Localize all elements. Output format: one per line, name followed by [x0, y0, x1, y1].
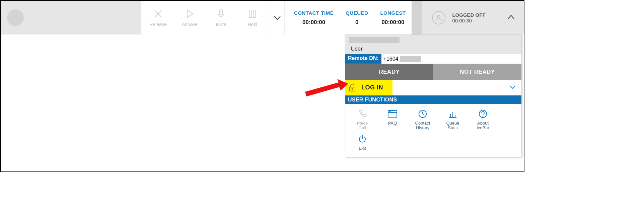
- lock-icon: [349, 83, 356, 92]
- mute-label: Mute: [216, 22, 226, 27]
- stats-panel: CONTACT TIME 00:00:00 QUEUED 0 LONGEST 0…: [285, 1, 412, 34]
- pause-icon: [247, 8, 258, 19]
- login-expand[interactable]: [509, 83, 517, 92]
- svg-point-7: [437, 15, 440, 18]
- user-status-icon: [432, 11, 445, 24]
- status-time: 00:00:30: [452, 18, 485, 23]
- func-paq-label: PAQ: [388, 121, 397, 126]
- func-place-call[interactable]: Place Call: [347, 108, 377, 131]
- svg-rect-3: [220, 10, 222, 14]
- func-queue-stats[interactable]: Queue Stats: [438, 108, 468, 131]
- mic-icon: [216, 8, 226, 19]
- stat-longest-label: LONGEST: [380, 10, 406, 16]
- svg-point-20: [483, 116, 483, 116]
- redacted-number: [400, 56, 421, 62]
- stat-longest-value: 00:00:00: [381, 19, 404, 26]
- top-toolbar: Release Answer Mute Hold CONTACT TIME 00…: [1, 1, 524, 34]
- user-panel: User Remote DN: +1604 READY NOT READY LO…: [345, 34, 522, 157]
- ready-row: READY NOT READY: [345, 64, 521, 80]
- clock-icon: [418, 109, 427, 119]
- func-paq[interactable]: PAQ: [377, 108, 408, 131]
- stat-contact-value: 00:00:00: [302, 19, 325, 26]
- remote-dn-row: Remote DN: +1604: [345, 54, 521, 64]
- svg-marker-22: [305, 79, 348, 96]
- mute-button[interactable]: Mute: [205, 8, 237, 27]
- svg-rect-8: [350, 87, 355, 91]
- login-highlight: LOG IN: [345, 80, 392, 95]
- stat-queued: QUEUED 0: [340, 10, 374, 26]
- status-label: LOGGED OFF: [452, 12, 485, 18]
- remote-dn-label: Remote DN:: [345, 54, 381, 64]
- func-contact-history-label: Contact History: [415, 121, 430, 131]
- toolbar-right: LOGGED OFF 00:00:30: [412, 1, 524, 34]
- func-exit-label: Exit: [359, 146, 366, 151]
- stat-contact-time: CONTACT TIME 00:00:00: [285, 10, 340, 26]
- func-exit[interactable]: Exit: [347, 133, 377, 151]
- call-controls: Release Answer Mute Hold: [141, 1, 270, 34]
- svg-point-13: [391, 112, 391, 112]
- func-about-icebar-label: About IceBar: [477, 121, 489, 131]
- power-icon: [358, 134, 367, 144]
- separator-bar: [412, 1, 422, 34]
- window-icon: [387, 110, 398, 118]
- remote-dn-value: +1604: [383, 56, 399, 62]
- func-contact-history[interactable]: Contact History: [408, 108, 438, 131]
- user-functions-grid: Place Call PAQ Contact History Queue Sta…: [345, 104, 521, 157]
- stat-queued-value: 0: [355, 19, 358, 26]
- release-button[interactable]: Release: [142, 8, 174, 27]
- status-block: LOGGED OFF 00:00:30: [452, 12, 485, 23]
- bar-chart-icon: [448, 109, 457, 119]
- phone-icon: [358, 109, 367, 119]
- answer-label: Answer: [182, 22, 198, 27]
- person-icon: [435, 14, 442, 21]
- call-controls-expand[interactable]: [270, 1, 285, 34]
- panel-header: User: [345, 35, 521, 54]
- not-ready-button[interactable]: NOT READY: [433, 64, 521, 80]
- hold-button[interactable]: Hold: [237, 8, 268, 27]
- stat-queued-label: QUEUED: [346, 10, 368, 16]
- login-row[interactable]: LOG IN: [345, 80, 521, 95]
- chevron-down-icon: [509, 83, 517, 91]
- stat-longest: LONGEST 00:00:00: [374, 10, 412, 26]
- question-icon: [478, 109, 488, 119]
- panel-toggle[interactable]: [506, 12, 516, 23]
- chevron-up-icon: [506, 12, 516, 22]
- remote-dn-input[interactable]: +1604: [381, 54, 521, 64]
- avatar: [7, 9, 24, 26]
- svg-rect-6: [253, 10, 255, 17]
- svg-point-12: [389, 112, 390, 112]
- hold-label: Hold: [248, 22, 258, 27]
- func-place-call-label: Place Call: [357, 121, 368, 131]
- login-label: LOG IN: [361, 84, 383, 91]
- user-role-label: User: [349, 46, 518, 52]
- release-label: Release: [149, 22, 166, 27]
- svg-marker-2: [187, 10, 193, 17]
- func-about-icebar[interactable]: About IceBar: [468, 108, 498, 131]
- chevron-down-icon: [273, 13, 282, 22]
- x-icon: [153, 8, 163, 19]
- annotation-arrow: [302, 79, 349, 99]
- func-queue-stats-label: Queue Stats: [446, 121, 459, 131]
- user-functions-header: USER FUNCTIONS: [345, 95, 521, 104]
- ready-button[interactable]: READY: [345, 64, 433, 80]
- toolbar-left: [1, 1, 141, 34]
- stat-contact-label: CONTACT TIME: [294, 10, 334, 16]
- svg-rect-5: [250, 10, 252, 17]
- svg-point-9: [352, 88, 353, 89]
- redacted-username: [349, 37, 400, 43]
- play-icon: [184, 8, 195, 19]
- answer-button[interactable]: Answer: [174, 8, 205, 27]
